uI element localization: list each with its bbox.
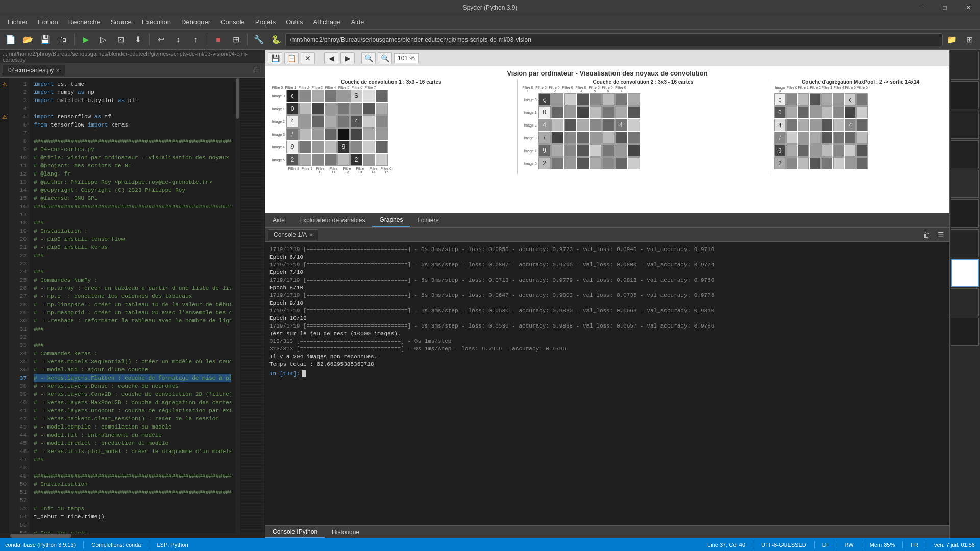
mini-thumb-1[interactable] (951, 52, 979, 80)
file-path-text: /mnt/home2/phroy/Bureau/seriousgames/ble… (290, 36, 531, 43)
console-epoch-10: Epoch 10/10 (270, 315, 945, 322)
run-cell-button[interactable]: ▷ (95, 32, 111, 47)
console-clear-btn[interactable]: 🗑 (920, 229, 933, 240)
menu-aide[interactable]: Aide (346, 16, 369, 28)
mini-thumb-active[interactable] (951, 259, 979, 287)
run-selection-button[interactable]: ⬇ (130, 32, 146, 47)
code-line-18: ### (34, 219, 231, 227)
tab-historique[interactable]: Historique (325, 527, 366, 537)
warning-1: ⚠ (0, 80, 9, 88)
mini-thumb-3[interactable] (951, 111, 979, 139)
code-line-6: from tensorflow import keras (34, 121, 231, 129)
python-button[interactable]: 🐍 (268, 32, 284, 47)
code-line-14: # @copyright: Copyright (C) 2023 Philipp… (34, 186, 231, 194)
tab-console-ipython[interactable]: Console IPython (265, 527, 325, 538)
console-313-1: 313/313 [==============================]… (270, 338, 945, 345)
editor-menu-icon[interactable]: ☰ (252, 66, 261, 75)
mini-thumb-6[interactable] (951, 199, 979, 228)
preferences-button[interactable]: 🔧 (251, 32, 267, 47)
redo-button[interactable]: ↕ (170, 32, 186, 47)
mini-thumb-9[interactable] (951, 318, 979, 346)
editor-scrollbar-thumb[interactable] (236, 78, 239, 119)
mini-thumb-7[interactable] (951, 229, 979, 257)
minimize-button[interactable]: ─ (910, 0, 933, 15)
menu-recherche[interactable]: Recherche (63, 16, 106, 28)
browse-button[interactable]: 📁 (944, 32, 960, 47)
maximize-button[interactable]: □ (933, 0, 957, 15)
tab-fichiers[interactable]: Fichiers (410, 215, 446, 226)
console-output: 1719/1719 [=============================… (265, 242, 949, 525)
console-temps: Temps total : 62.66295385360718 (270, 361, 945, 368)
menu-execution[interactable]: Exécution (137, 16, 176, 28)
code-line-12: # @lang: fr (34, 170, 231, 178)
menu-deboquer[interactable]: Déboquer (176, 16, 215, 28)
close-console-tab-icon[interactable]: ✕ (309, 232, 313, 238)
viz-next-btn[interactable]: ▶ (340, 52, 355, 64)
mini-thumb-4[interactable] (951, 140, 979, 168)
viz-zoom-out-btn[interactable]: 🔍 (361, 52, 376, 64)
code-line-3: import matplotlib.pyplot as plt (34, 96, 231, 105)
viz-panel: 💾 📋 ✕ ◀ ▶ 🔍 🔍 101 % Vision par ordinateu… (265, 50, 949, 213)
viz-zoom-in-btn[interactable]: 🔍 (378, 52, 392, 64)
expand-button[interactable]: ⊞ (961, 32, 977, 47)
status-line-col: Line 37, Col 40 (707, 542, 745, 548)
tab-explorateur-variables[interactable]: Explorateur de variables (292, 215, 372, 226)
console-tab-active[interactable]: Console 1/A ✕ (268, 229, 318, 240)
status-line-col-text: Line 37, Col 40 (707, 542, 745, 548)
editor-hscrollbar[interactable] (0, 533, 265, 538)
tab-graphes[interactable]: Graphes (372, 214, 410, 227)
up-button[interactable]: ↑ (187, 32, 204, 47)
undo-button[interactable]: ↩ (153, 32, 169, 47)
line-numbers: 12345 678910 1112131415 1617181920 21222… (9, 78, 30, 533)
save-button[interactable]: 💾 (37, 32, 54, 47)
menu-affichage[interactable]: Affichage (308, 16, 346, 28)
code-line-23 (34, 260, 231, 268)
code-line-11: # @project: Mes scripts de ML (34, 162, 231, 170)
menu-source[interactable]: Source (106, 16, 137, 28)
viz-delete-btn[interactable]: ✕ (301, 52, 315, 64)
code-line-41: # - keras.layers.Dropout : couche de rég… (34, 407, 231, 415)
editor-scrollbar[interactable] (235, 78, 239, 533)
code-line-30: # - .reshape : reformater la tableau ave… (34, 317, 231, 325)
toolbar-separator-4 (247, 34, 248, 46)
run-button[interactable]: ▶ (78, 32, 94, 47)
run-cell-advance-button[interactable]: ⊡ (112, 32, 129, 47)
editor-minimap (239, 78, 265, 533)
status-completions: Completions: conda (91, 542, 141, 548)
save-all-button[interactable]: 🗂 (55, 32, 71, 47)
menu-console[interactable]: Console (215, 16, 250, 28)
status-sep-8 (926, 541, 926, 548)
editor-hscrollbar-thumb[interactable] (10, 534, 71, 538)
viz-prev-btn[interactable]: ◀ (324, 52, 338, 64)
tab-aide[interactable]: Aide (265, 215, 292, 226)
code-line-36: # - model.add : ajout d'une couche (34, 366, 231, 374)
status-eol: LF (822, 542, 829, 548)
console-bottom-tabs: Console IPython Historique (265, 525, 949, 538)
close-tab-icon[interactable]: ✕ (56, 68, 60, 73)
code-line-21: # - pip3 install keras (34, 243, 231, 252)
menu-projets[interactable]: Projets (250, 16, 281, 28)
mini-thumb-2[interactable] (951, 81, 979, 109)
maximize-pane-button[interactable]: ⊞ (228, 32, 244, 47)
viz-save-btn[interactable]: 💾 (268, 52, 282, 64)
console-menu-btn[interactable]: ☰ (935, 229, 947, 240)
viz-copy-btn[interactable]: 📋 (284, 52, 299, 64)
stop-button[interactable]: ■ (210, 32, 227, 47)
editor-tab-active[interactable]: 04-cnn-cartes.py ✕ (3, 65, 65, 76)
mini-thumb-5[interactable] (951, 170, 979, 198)
menu-fichier[interactable]: Fichier (3, 16, 33, 28)
status-locale-text: FR (911, 542, 918, 548)
menu-edition[interactable]: Edition (33, 16, 63, 28)
window-title: Spyder (Python 3.9) (463, 4, 518, 11)
new-file-button[interactable]: 📄 (3, 32, 19, 47)
conv1-title: Couche de convolution 1 : 3x3 - 16 carte… (268, 79, 514, 85)
code-editor[interactable]: import os, time import numpy as np impor… (30, 78, 235, 533)
menu-outils[interactable]: Outils (281, 16, 308, 28)
code-line-1: import os, time (34, 80, 231, 88)
code-line-31: ### (34, 325, 231, 333)
open-file-button[interactable]: 📂 (20, 32, 36, 47)
code-line-44: # - model.fit : entraînement du modèle (34, 431, 231, 439)
close-button[interactable]: ✕ (957, 0, 980, 15)
mini-thumb-8[interactable] (951, 288, 979, 316)
code-line-13: # @author: Philippe Roy <philippe.roy@ac… (34, 178, 231, 186)
